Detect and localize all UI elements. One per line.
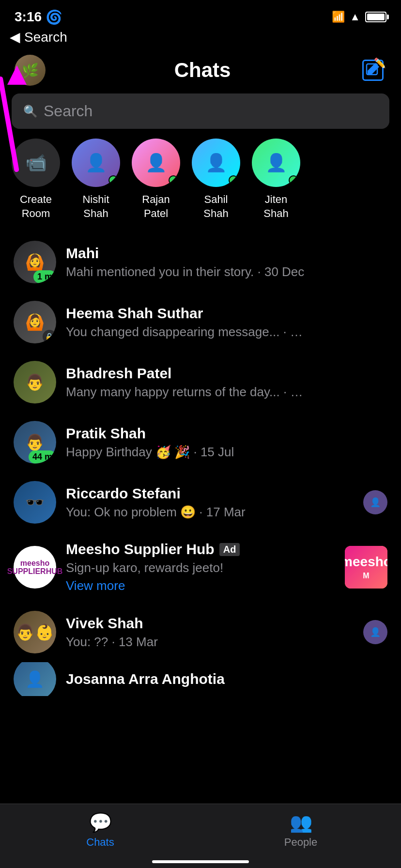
story-item-create-room[interactable]: 📹 CreateRoom bbox=[12, 139, 60, 220]
tab-bar: 💬 Chats 👥 People bbox=[0, 804, 401, 868]
status-bar: 3:16 🌀 📶 ▲ bbox=[0, 0, 401, 29]
story-item-sahil[interactable]: 👤 SahilShah bbox=[192, 139, 240, 220]
story-avatar-jiten: 👤 bbox=[252, 139, 300, 187]
story-avatar-nishit: 👤 bbox=[72, 139, 120, 187]
chat-content-partial: Josanna Arra Anghotia bbox=[66, 671, 387, 687]
chat-name-riccardo: Riccardo Stefani bbox=[66, 485, 354, 502]
story-name-sahil: SahilShah bbox=[203, 193, 228, 220]
online-indicator bbox=[108, 175, 118, 185]
chat-right-riccardo: 👤 bbox=[363, 490, 387, 514]
chat-preview-vivek: You: ?? · 13 Mar bbox=[66, 635, 308, 650]
chat-content-mahi: Mahi Mahi mentioned you in their story. … bbox=[66, 245, 387, 279]
chat-content-meesho: Meesho Supplier Hub Ad Sign-up karo, rew… bbox=[66, 541, 335, 593]
status-time: 3:16 🌀 bbox=[15, 9, 62, 25]
ad-badge: Ad bbox=[219, 543, 240, 556]
stories-row: 📹 CreateRoom 👤 NishitShah 👤 RajanPatel 👤… bbox=[0, 139, 401, 232]
chat-name-partial: Josanna Arra Anghotia bbox=[66, 671, 387, 687]
chat-avatar-mahi: 🙆 1 m bbox=[14, 241, 56, 283]
tab-item-people[interactable]: 👥 People bbox=[200, 812, 401, 849]
story-item-nishit[interactable]: 👤 NishitShah bbox=[72, 139, 120, 220]
header: 🌿 Chats bbox=[0, 50, 401, 93]
flame-icon: 🌀 bbox=[46, 9, 62, 25]
unread-badge-pratik: 44 m bbox=[29, 450, 56, 464]
online-indicator bbox=[289, 175, 298, 185]
online-indicator bbox=[169, 175, 178, 185]
vivek-right-avatar: 👤 bbox=[363, 620, 387, 644]
back-nav[interactable]: ◀ Search bbox=[0, 29, 401, 50]
chat-item-pratik[interactable]: 👨 44 m Pratik Shah Happy Birthday 🥳 🎉 · … bbox=[0, 412, 401, 472]
chat-avatar-partial: 👤 bbox=[14, 662, 56, 696]
riccardo-right-avatar: 👤 bbox=[363, 490, 387, 514]
video-camera-icon: 📹 bbox=[25, 153, 47, 173]
chat-avatar-heema: 🙆 🔒 bbox=[14, 301, 56, 343]
chat-name-bhadresh: Bhadresh Patel bbox=[66, 365, 387, 382]
chat-preview-riccardo: You: Ok no problem 😀 · 17 Mar bbox=[66, 505, 308, 520]
chat-avatar-bhadresh: 👨 bbox=[14, 361, 56, 403]
search-icon: 🔍 bbox=[23, 105, 38, 118]
lock-icon: 🔒 bbox=[43, 330, 56, 343]
chat-item-heema[interactable]: 🙆 🔒 Heema Shah Suthar You changed disapp… bbox=[0, 292, 401, 352]
chat-avatar-vivek: 👨‍👶 bbox=[14, 611, 56, 653]
battery-icon bbox=[365, 12, 386, 22]
search-container: 🔍 Search bbox=[0, 93, 401, 139]
meesho-logo-text: meeshoSUPPLIERHUB bbox=[7, 559, 63, 576]
chat-preview-pratik: Happy Birthday 🥳 🎉 · 15 Jul bbox=[66, 445, 308, 460]
create-room-avatar: 📹 bbox=[12, 139, 60, 187]
story-name-create-room: CreateRoom bbox=[20, 193, 52, 220]
meesho-logo: meeshoSUPPLIERHUB bbox=[14, 546, 56, 589]
compose-button[interactable] bbox=[359, 57, 386, 84]
search-input-placeholder: Search bbox=[44, 102, 93, 120]
online-indicator bbox=[229, 175, 238, 185]
story-name-rajan: RajanPatel bbox=[142, 193, 170, 220]
chat-content-riccardo: Riccardo Stefani You: Ok no problem 😀 · … bbox=[66, 485, 354, 520]
meesho-ad-thumbnail: meesho M bbox=[345, 546, 387, 589]
chat-item-partial[interactable]: 👤 Josanna Arra Anghotia bbox=[0, 662, 401, 696]
chat-name-pratik: Pratik Shah bbox=[66, 425, 387, 442]
back-label: Search bbox=[24, 30, 67, 45]
chat-item-bhadresh[interactable]: 👨 Bhadresh Patel Many many happy returns… bbox=[0, 352, 401, 412]
wifi-icon: ▲ bbox=[350, 11, 360, 23]
chat-right-vivek: 👤 bbox=[363, 620, 387, 644]
chats-tab-label: Chats bbox=[86, 836, 114, 849]
chat-content-bhadresh: Bhadresh Patel Many many happy returns o… bbox=[66, 365, 387, 400]
view-more-link[interactable]: View more bbox=[66, 578, 335, 593]
back-arrow-icon: ◀ bbox=[10, 29, 20, 45]
people-tab-icon: 👥 bbox=[290, 812, 312, 833]
chat-item-vivek[interactable]: 👨‍👶 Vivek Shah You: ?? · 13 Mar 👤 bbox=[0, 602, 401, 662]
chat-preview-heema: You changed disappearing message... · 16… bbox=[66, 325, 308, 340]
chat-name-heema: Heema Shah Suthar bbox=[66, 305, 387, 322]
story-avatar-sahil: 👤 bbox=[192, 139, 240, 187]
signal-icon: 📶 bbox=[332, 11, 345, 23]
chat-name-mahi: Mahi bbox=[66, 245, 387, 262]
chat-avatar-riccardo: 🕶️ bbox=[14, 481, 56, 524]
user-avatar[interactable]: 🌿 bbox=[15, 55, 46, 86]
status-icons: 📶 ▲ bbox=[332, 11, 386, 23]
tab-item-chats[interactable]: 💬 Chats bbox=[0, 812, 200, 849]
story-name-nishit: NishitShah bbox=[82, 193, 109, 220]
home-indicator bbox=[152, 860, 249, 863]
compose-icon bbox=[362, 60, 384, 81]
page-title: Chats bbox=[174, 59, 231, 82]
story-name-jiten: JitenShah bbox=[263, 193, 288, 220]
chat-content-heema: Heema Shah Suthar You changed disappeari… bbox=[66, 305, 387, 340]
chat-preview-bhadresh: Many many happy returns of the day... · … bbox=[66, 385, 308, 400]
chats-tab-icon: 💬 bbox=[89, 812, 112, 833]
chat-name-meesho: Meesho Supplier Hub bbox=[66, 541, 215, 558]
people-tab-label: People bbox=[284, 836, 318, 849]
chat-list: 🙆 1 m Mahi Mahi mentioned you in their s… bbox=[0, 232, 401, 696]
chat-avatar-pratik: 👨 44 m bbox=[14, 421, 56, 464]
chat-content-vivek: Vivek Shah You: ?? · 13 Mar bbox=[66, 615, 354, 650]
time-label: 3:16 bbox=[15, 9, 42, 25]
search-bar[interactable]: 🔍 Search bbox=[12, 93, 389, 129]
chat-item-mahi[interactable]: 🙆 1 m Mahi Mahi mentioned you in their s… bbox=[0, 232, 401, 292]
story-avatar-rajan: 👤 bbox=[132, 139, 180, 187]
chat-content-pratik: Pratik Shah Happy Birthday 🥳 🎉 · 15 Jul bbox=[66, 425, 387, 460]
chat-preview-meesho: Sign-up karo, rewards jeeto! bbox=[66, 560, 308, 575]
chat-item-riccardo[interactable]: 🕶️ Riccardo Stefani You: Ok no problem 😀… bbox=[0, 472, 401, 532]
unread-badge-mahi: 1 m bbox=[33, 270, 56, 283]
chat-name-vivek: Vivek Shah bbox=[66, 615, 354, 632]
story-item-jiten[interactable]: 👤 JitenShah bbox=[252, 139, 300, 220]
chat-preview-mahi: Mahi mentioned you in their story. · 30 … bbox=[66, 264, 308, 279]
story-item-rajan[interactable]: 👤 RajanPatel bbox=[132, 139, 180, 220]
chat-item-meesho[interactable]: meeshoSUPPLIERHUB Meesho Supplier Hub Ad… bbox=[0, 532, 401, 602]
